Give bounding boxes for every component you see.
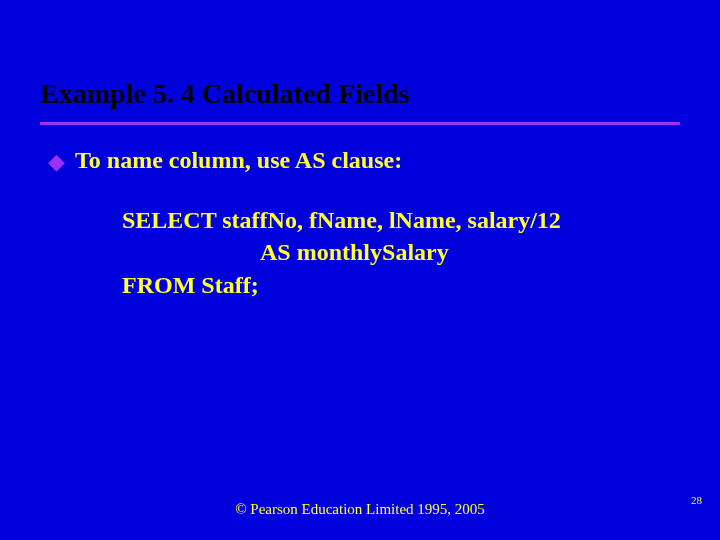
title-underline bbox=[40, 122, 680, 125]
code-line-1: SELECT staffNo, fName, lName, salary/12 bbox=[122, 207, 561, 233]
page-number: 28 bbox=[691, 494, 702, 506]
code-line-3: FROM Staff; bbox=[122, 272, 259, 298]
code-block: SELECT staffNo, fName, lName, salary/12 … bbox=[122, 204, 680, 301]
slide: Example 5. 4 Calculated Fields ◆ To name… bbox=[0, 0, 720, 540]
diamond-bullet-icon: ◆ bbox=[48, 151, 65, 173]
footer-copyright: © Pearson Education Limited 1995, 2005 bbox=[0, 501, 720, 518]
slide-title: Example 5. 4 Calculated Fields bbox=[40, 78, 680, 120]
bullet-text: To name column, use AS clause: bbox=[75, 147, 402, 174]
bullet-item: ◆ To name column, use AS clause: bbox=[48, 147, 680, 174]
code-line-2: AS monthlySalary bbox=[122, 236, 680, 268]
